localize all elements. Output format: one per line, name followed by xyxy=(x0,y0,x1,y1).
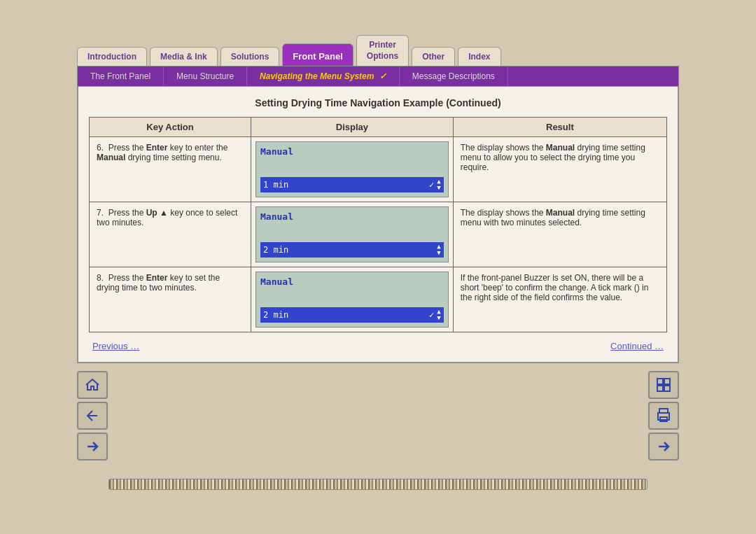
tab-introduction[interactable]: Introduction xyxy=(77,47,147,66)
subtabs-and-content: The Front Panel Menu Structure Navigatin… xyxy=(77,66,679,363)
tab-index[interactable]: Index xyxy=(458,47,500,66)
tab-solutions[interactable]: Solutions xyxy=(220,47,280,66)
tab-container: Introduction Media & Ink Solutions Front… xyxy=(77,35,679,363)
printer-button[interactable] xyxy=(648,402,679,430)
svg-rect-2 xyxy=(657,386,663,391)
main-wrapper: Introduction Media & Ink Solutions Front… xyxy=(0,0,756,534)
side-buttons-left xyxy=(77,371,108,461)
key-action-8: 8. Press the Enter key to set the drying… xyxy=(90,267,251,332)
page-content: Setting Drying Time Navigation Example (… xyxy=(78,86,678,363)
subtab-messages[interactable]: Message Descriptions xyxy=(400,66,508,86)
subtab-navigating[interactable]: Navigating the Menu System ✓ xyxy=(247,66,400,86)
display-mockup-8: Manual 2 min ✓ ▲▼ xyxy=(255,272,449,328)
svg-rect-0 xyxy=(657,379,663,384)
subtab-front-panel[interactable]: The Front Panel xyxy=(78,66,164,86)
continued-link[interactable]: Continued … xyxy=(610,341,664,351)
svg-rect-3 xyxy=(664,386,670,391)
display-6: Manual 1 min ✓ ▲▼ xyxy=(251,137,454,202)
tab-other[interactable]: Other xyxy=(412,47,455,66)
col-header-display: Display xyxy=(251,118,454,137)
table-row: 6. Press the Enter key to enter the Manu… xyxy=(90,137,667,202)
result-6: The display shows the Manual drying time… xyxy=(453,137,666,202)
data-table: Key Action Display Result 6. Press the E… xyxy=(89,117,667,332)
forward-right-button[interactable] xyxy=(648,433,679,461)
key-action-7: 7. Press the Up ▲ key once to select two… xyxy=(90,202,251,267)
col-header-key: Key Action xyxy=(90,118,251,137)
tab-front-panel[interactable]: Front Panel xyxy=(282,43,354,66)
forward-left-button[interactable] xyxy=(77,433,108,461)
nav-links: Previous … Continued … xyxy=(89,341,667,351)
result-7: The display shows the Manual drying time… xyxy=(453,202,666,267)
table-row: 8. Press the Enter key to set the drying… xyxy=(90,267,667,332)
key-action-6: 6. Press the Enter key to enter the Manu… xyxy=(90,137,251,202)
tab-media-ink[interactable]: Media & Ink xyxy=(150,47,218,66)
tab-printer-options[interactable]: PrinterOptions xyxy=(356,35,409,66)
tabs-row: Introduction Media & Ink Solutions Front… xyxy=(77,35,679,66)
svg-rect-1 xyxy=(664,379,670,384)
subtab-menu-structure[interactable]: Menu Structure xyxy=(164,66,247,86)
spiral-bar xyxy=(108,477,648,492)
back-button[interactable] xyxy=(77,402,108,430)
table-row: 7. Press the Up ▲ key once to select two… xyxy=(90,202,667,267)
display-mockup-7: Manual 2 min ▲▼ xyxy=(255,206,449,262)
subtabs-row: The Front Panel Menu Structure Navigatin… xyxy=(78,66,678,86)
page-title: Setting Drying Time Navigation Example (… xyxy=(89,97,667,108)
home-button[interactable] xyxy=(77,371,108,399)
display-mockup-6: Manual 1 min ✓ ▲▼ xyxy=(255,141,449,197)
display-7: Manual 2 min ▲▼ xyxy=(251,202,454,267)
display-8: Manual 2 min ✓ ▲▼ xyxy=(251,267,454,332)
col-header-result: Result xyxy=(453,118,666,137)
side-buttons-right xyxy=(648,371,679,461)
previous-link[interactable]: Previous … xyxy=(92,341,139,351)
menu-button[interactable] xyxy=(648,371,679,399)
result-8: If the front-panel Buzzer is set ON, the… xyxy=(453,267,666,332)
